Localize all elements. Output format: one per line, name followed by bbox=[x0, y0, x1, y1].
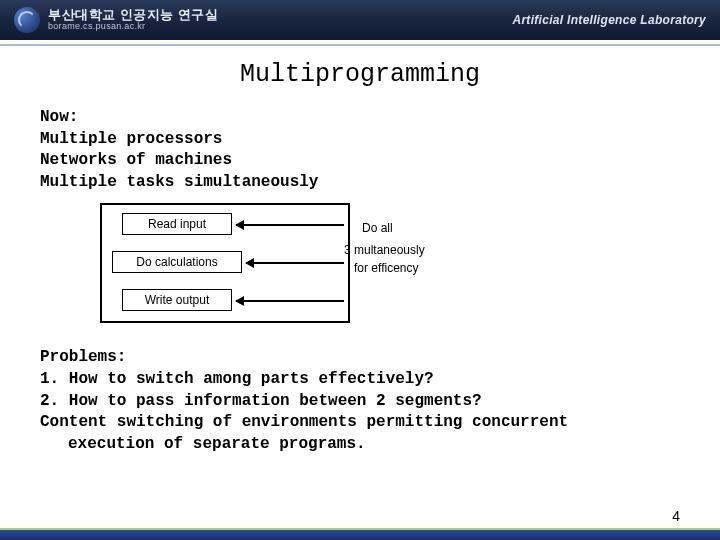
lab-name: Artificial Intelligence Laboratory bbox=[512, 13, 706, 27]
header-left: 부산대학교 인공지능 연구실 borame.cs.pusan.ac.kr bbox=[14, 7, 218, 33]
diagram-side-line1: Do all bbox=[362, 221, 393, 236]
header-title-block: 부산대학교 인공지능 연구실 borame.cs.pusan.ac.kr bbox=[48, 8, 218, 31]
footer-bar bbox=[0, 530, 720, 540]
logo-icon bbox=[14, 7, 40, 33]
problems-content-switching-a: Content switching of environments permit… bbox=[40, 413, 568, 431]
problems-heading: Problems: bbox=[40, 348, 126, 366]
problems-block: Problems: 1. How to switch among parts e… bbox=[40, 347, 680, 455]
diagram-box-do-calculations: Do calculations bbox=[112, 251, 242, 273]
diagram-box-write-output: Write output bbox=[122, 289, 232, 311]
problems-item1: 1. How to switch among parts effectively… bbox=[40, 370, 434, 388]
header-bar: 부산대학교 인공지능 연구실 borame.cs.pusan.ac.kr Art… bbox=[0, 0, 720, 40]
diagram: Read input Do calculations Write output … bbox=[100, 203, 500, 333]
org-url: borame.cs.pusan.ac.kr bbox=[48, 22, 218, 31]
org-name: 부산대학교 인공지능 연구실 bbox=[48, 8, 218, 22]
problems-content-switching-b: execution of separate programs. bbox=[40, 434, 366, 456]
arrow-icon bbox=[246, 262, 344, 264]
slide-body: Multiprogramming Now: Multiple processor… bbox=[0, 46, 720, 455]
now-block: Now: Multiple processors Networks of mac… bbox=[40, 107, 680, 193]
arrow-icon bbox=[236, 300, 344, 302]
slide-title: Multiprogramming bbox=[40, 60, 680, 89]
problems-item2: 2. How to pass information between 2 seg… bbox=[40, 392, 482, 410]
diagram-box-read-input: Read input bbox=[122, 213, 232, 235]
arrow-icon bbox=[236, 224, 344, 226]
page-number: 4 bbox=[672, 508, 680, 524]
diagram-side-line3: for efficency bbox=[354, 261, 418, 276]
diagram-side-line2: 3 multaneously bbox=[344, 243, 425, 258]
